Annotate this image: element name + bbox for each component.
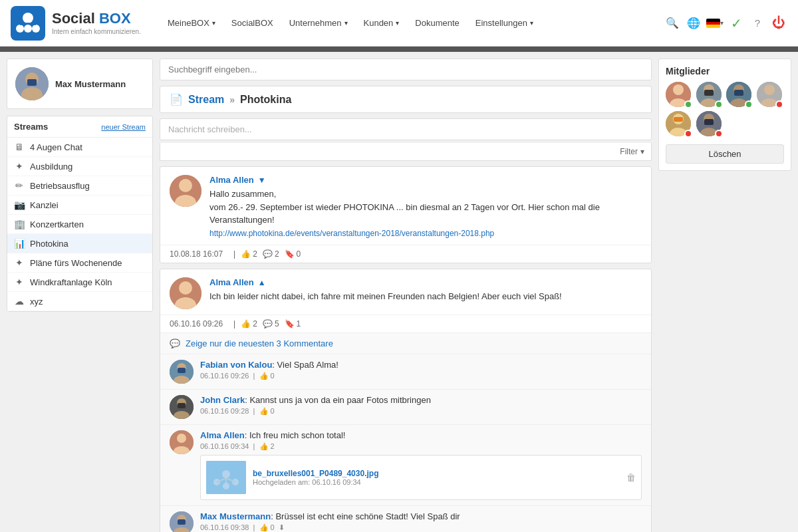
member-avatar-wrapper[interactable]: [757, 82, 783, 108]
post-body: Alma Allen ▼ Hallo zusammen, vom 26.- 29…: [160, 167, 651, 245]
bookmarks-count[interactable]: 🔖 1: [285, 319, 301, 329]
stream-item-photokina[interactable]: 📊 Photokina: [7, 234, 152, 253]
search-icon[interactable]: 🔍: [664, 15, 681, 32]
comment-item: Alma Allen: Ich freu mich schon total! 0…: [160, 425, 651, 506]
stream-item-betriebsausflug[interactable]: ✏ Betriebsausflug: [7, 176, 152, 196]
brand-tagline: Intern einfach kommunizieren.: [52, 28, 141, 36]
comment-body: Max Mustermann: Brüssel ist echt eine sc…: [200, 511, 642, 532]
svg-point-3: [24, 25, 32, 33]
thumb-up-icon: 👍: [259, 407, 269, 415]
search-input[interactable]: [160, 59, 652, 80]
post-content: Alma Allen ▼ Hallo zusammen, vom 26.- 29…: [209, 175, 642, 239]
nav-dokumente[interactable]: Dokumente: [408, 13, 466, 33]
comment-meta: 06.10.16 09:26 | 👍 0: [200, 372, 642, 380]
comments-count[interactable]: 💬 2: [263, 249, 279, 259]
dropdown-icon: ▼: [258, 176, 266, 185]
status-indicator: [775, 100, 783, 108]
cloud-icon: ☁: [14, 296, 25, 307]
svg-rect-46: [704, 90, 714, 96]
download-icon[interactable]: ⬇: [279, 523, 285, 531]
post-author: Alma Allen ▼: [209, 175, 642, 185]
member-avatar-wrapper[interactable]: [666, 82, 692, 108]
delete-button[interactable]: Löschen: [666, 144, 784, 164]
svg-rect-39: [178, 519, 186, 525]
members-grid: [666, 82, 784, 138]
show-more-comments[interactable]: 💬 Zeige nur die neuesten 3 Kommentare: [160, 333, 651, 354]
streams-section: Streams neuer Stream 🖥 4 Augen Chat ✦ Au…: [7, 116, 153, 312]
delete-attachment-button[interactable]: 🗑: [626, 472, 636, 483]
svg-point-12: [179, 179, 192, 192]
chevron-down-icon: ▾: [344, 19, 348, 27]
likes-count[interactable]: 👍 2: [241, 249, 257, 259]
comment-body: Fabian von Kalou: Viel Spaß Alma! 06.10.…: [200, 360, 642, 380]
help-icon[interactable]: ?: [749, 15, 766, 32]
comment-author[interactable]: Alma Allen: [200, 430, 245, 440]
svg-rect-24: [178, 403, 186, 408]
attachment-box: be_bruxelles001_P0489_4030.jpg Hochgelad…: [200, 455, 642, 500]
comment-text: Max Mustermann: Brüssel ist echt eine sc…: [200, 511, 642, 521]
compose-bar[interactable]: Nachricht schreiben...: [160, 118, 652, 140]
post-meta: 06.10.16 09:26 | 👍 2 💬 5 🔖 1: [160, 315, 651, 332]
globe-icon[interactable]: 🌐: [685, 15, 702, 32]
stream-label: Konzertkarten: [30, 219, 84, 229]
nav-meinebox[interactable]: MeineBOX ▾: [161, 13, 222, 33]
stream-item-xyz[interactable]: ☁ xyz: [7, 292, 152, 311]
stream-item-ausbildung[interactable]: ✦ Ausbildung: [7, 157, 152, 176]
attachment-filename[interactable]: be_bruxelles001_P0489_4030.jpg: [253, 469, 620, 478]
show-more-label: Zeige nur die neuesten 3 Kommentare: [186, 338, 333, 348]
breadcrumb-current: Photokina: [240, 94, 291, 106]
member-avatar-wrapper[interactable]: [696, 111, 723, 138]
member-avatar-wrapper[interactable]: [726, 82, 753, 108]
post-avatar: [170, 175, 201, 207]
filter-bar: Filter ▾: [160, 143, 652, 161]
nav-kunden[interactable]: Kunden ▾: [357, 13, 406, 33]
power-icon[interactable]: ⏻: [770, 15, 787, 32]
svg-point-26: [177, 434, 186, 443]
post-link[interactable]: http://www.photokina.de/events/veranstal…: [209, 229, 494, 238]
member-avatar-wrapper[interactable]: [696, 82, 723, 108]
post-date: 06.10.16 09:26: [170, 319, 223, 329]
stream-item-kanzlei[interactable]: 📷 Kanzlei: [7, 196, 152, 215]
stream-item-4-augen-chat[interactable]: 🖥 4 Augen Chat: [7, 138, 152, 157]
author-name[interactable]: Alma Allen: [209, 175, 254, 185]
nav-einstellungen[interactable]: Einstellungen ▾: [469, 13, 540, 33]
bookmark-icon: 🔖: [285, 249, 295, 259]
status-check-icon[interactable]: ✓: [728, 15, 745, 32]
post-avatar: [170, 277, 201, 309]
stream-item-windkraft[interactable]: ✦ Windkraftanlage Köln: [7, 273, 152, 292]
flag-icon[interactable]: ▾: [706, 15, 724, 32]
likes-count[interactable]: 👍 2: [241, 319, 257, 329]
svg-point-32: [223, 483, 229, 489]
breadcrumb-stream[interactable]: Stream: [188, 94, 224, 106]
streams-header: Streams neuer Stream: [7, 116, 152, 138]
logo-icon: [11, 6, 45, 41]
comment-message: Ich freu mich schon total!: [249, 430, 346, 440]
comment-message: Viel Spaß Alma!: [277, 360, 338, 370]
svg-point-15: [179, 281, 192, 295]
member-avatar-wrapper[interactable]: [666, 111, 692, 138]
bookmark-icon: 🔖: [285, 319, 295, 329]
post-card: Alma Allen ▲ Ich bin leider nicht dabei,…: [160, 269, 652, 532]
pencil-icon: ✏: [14, 180, 25, 191]
user-avatar: [15, 67, 49, 100]
svg-point-41: [673, 84, 684, 95]
stream-label: Photokina: [30, 239, 68, 249]
comment-author[interactable]: John Clark: [200, 395, 245, 405]
stream-item-wochenende[interactable]: ✦ Pläne fürs Wochenende: [7, 253, 152, 273]
comments-count[interactable]: 💬 5: [263, 319, 279, 329]
main-layout: Max Mustermann Streams neuer Stream 🖥 4 …: [0, 52, 798, 532]
filter-button[interactable]: Filter ▾: [620, 147, 644, 156]
comment-author[interactable]: Fabian von Kalou: [200, 360, 272, 370]
post-text: Hallo zusammen, vom 26.- 29. September i…: [209, 188, 642, 239]
comment-author[interactable]: Max Mustermann: [200, 511, 271, 521]
author-name[interactable]: Alma Allen: [209, 277, 254, 287]
logo[interactable]: Social BOX Intern einfach kommunizieren.: [11, 6, 141, 41]
stream-item-konzertkarten[interactable]: 🏢 Konzertkarten: [7, 215, 152, 234]
svg-rect-10: [27, 79, 37, 86]
new-stream-button[interactable]: neuer Stream: [101, 123, 146, 131]
separator: |: [233, 249, 235, 259]
nav-socialbox[interactable]: SocialBOX: [225, 13, 280, 33]
comment-item: Max Mustermann: Brüssel ist echt eine sc…: [160, 506, 651, 532]
bookmarks-count[interactable]: 🔖 0: [285, 249, 301, 259]
nav-unternehmen[interactable]: Unternehmen ▾: [283, 13, 354, 33]
